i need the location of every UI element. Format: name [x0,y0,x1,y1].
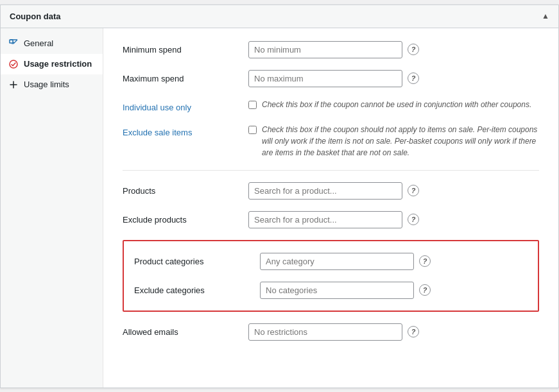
coupon-data-panel: Coupon data ▲ General [0,4,559,388]
tag-icon [8,38,19,49]
individual-use-checkbox[interactable] [248,101,257,109]
exclude-categories-label: Exclude categories [134,282,250,295]
allowed-emails-row: Allowed emails ? [123,323,539,341]
allowed-emails-controls: ? [248,323,539,341]
individual-use-label: Individual use only [123,99,238,112]
maximum-spend-controls: ? [248,70,539,87]
allowed-emails-help-icon[interactable]: ? [408,326,419,337]
minimum-spend-controls: ? [248,41,539,58]
individual-use-row: Individual use only Check this box if th… [123,99,539,112]
panel-title: Coupon data [10,12,60,21]
product-categories-label: Product categories [134,253,250,266]
divider-1 [123,170,539,171]
product-categories-input[interactable] [260,253,414,270]
allowed-emails-input[interactable] [248,323,402,341]
panel-header: Coupon data ▲ [1,5,558,28]
minimum-spend-label: Minimum spend [123,41,238,55]
exclude-products-controls: ? [248,211,539,228]
sidebar-label-general: General [24,38,53,48]
products-row: Products ? [123,182,539,200]
sidebar-item-general[interactable]: General [1,33,103,54]
exclude-sale-controls: Check this box if the coupon should not … [248,124,539,158]
sidebar-label-usage-restriction: Usage restriction [24,59,92,69]
exclude-sale-row: Exclude sale items Check this box if the… [123,124,539,158]
exclude-categories-help-icon[interactable]: ? [419,284,431,296]
exclude-sale-description: Check this box if the coupon should not … [262,124,539,158]
product-categories-row: Product categories ? [134,253,528,270]
allowed-emails-label: Allowed emails [123,323,238,337]
products-help-icon[interactable]: ? [408,185,419,196]
products-input[interactable] [248,182,402,200]
minimum-spend-input[interactable] [248,41,402,58]
exclude-products-help-icon[interactable]: ? [408,214,419,225]
highlight-inner: Product categories ? Exclude categories … [124,249,538,303]
exclude-sale-checkbox[interactable] [248,126,257,134]
maximum-spend-input[interactable] [248,70,402,87]
products-label: Products [123,182,238,196]
exclude-categories-controls: ? [260,282,528,299]
exclude-products-input[interactable] [248,211,402,228]
product-categories-controls: ? [260,253,528,270]
svg-point-2 [10,60,17,68]
minimum-spend-help-icon[interactable]: ? [408,44,419,55]
exclude-categories-input[interactable] [260,282,414,299]
maximum-spend-label: Maximum spend [123,70,238,83]
circle-check-icon [8,59,19,69]
exclude-products-label: Exclude products [123,211,238,225]
individual-use-description: Check this box if the coupon cannot be u… [262,99,531,110]
panel-body: General Usage restriction [1,28,558,388]
minimum-spend-row: Minimum spend ? [123,41,539,58]
product-categories-help-icon[interactable]: ? [419,255,431,267]
products-controls: ? [248,182,539,200]
sidebar-item-usage-limits[interactable]: Usage limits [1,74,103,95]
categories-highlight-box: Product categories ? Exclude categories … [123,240,539,312]
plus-icon [8,80,19,90]
sidebar-item-usage-restriction[interactable]: Usage restriction [1,54,103,74]
maximum-spend-help-icon[interactable]: ? [408,72,419,84]
collapse-icon[interactable]: ▲ [542,12,549,21]
exclude-sale-label: Exclude sale items [123,124,238,137]
exclude-products-row: Exclude products ? [123,211,539,228]
individual-use-controls: Check this box if the coupon cannot be u… [248,99,539,110]
sidebar-label-usage-limits: Usage limits [24,80,69,89]
maximum-spend-row: Maximum spend ? [123,70,539,87]
exclude-categories-row: Exclude categories ? [134,282,528,299]
content-area: Minimum spend ? Maximum spend ? Individu… [103,28,558,388]
sidebar: General Usage restriction [1,28,103,388]
